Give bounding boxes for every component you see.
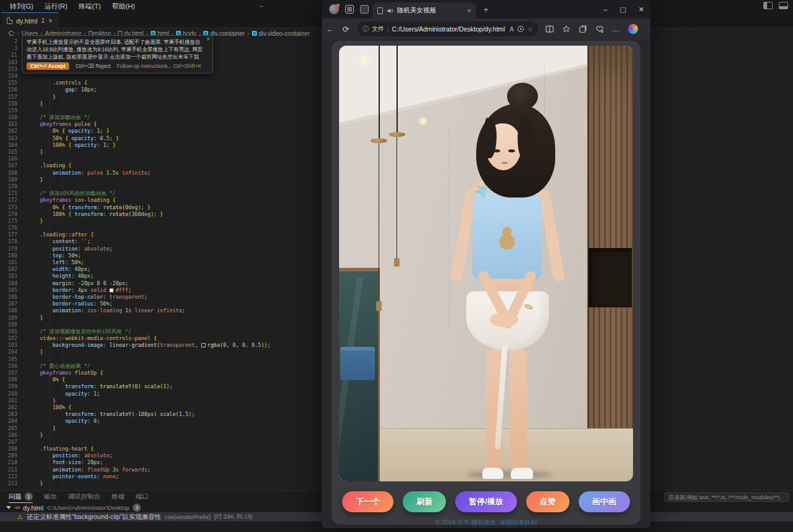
close-button[interactable]: ✕ bbox=[639, 6, 644, 14]
read-aloud-icon[interactable]: A bbox=[510, 26, 514, 33]
layout-controls bbox=[763, 2, 788, 9]
figure-eye bbox=[508, 149, 515, 152]
problem-message: 还定义标准属性"background-clip"以实现兼容性 bbox=[27, 513, 161, 522]
ai-tooltip-actions: Ctrl+⏎ Accept Ctrl+⌫ Reject Follow-up in… bbox=[27, 62, 204, 70]
browser-tab[interactable]: 随机美女视频 × bbox=[372, 2, 476, 19]
symbol-icon bbox=[252, 31, 257, 36]
editor-tab-dyhtml[interactable]: dy.html 1 × bbox=[1, 12, 59, 28]
panel-tab-3[interactable]: 终端 bbox=[112, 491, 125, 503]
video-button-3[interactable]: 点赞 bbox=[526, 491, 569, 512]
panel-tab-1[interactable]: 输出 bbox=[44, 491, 57, 503]
maximize-button[interactable]: ▢ bbox=[619, 6, 626, 14]
pendant-lamp bbox=[389, 132, 405, 137]
file-icon bbox=[7, 17, 12, 24]
close-icon[interactable]: × bbox=[206, 36, 210, 43]
indent-guide bbox=[62, 38, 63, 490]
breadcrumb-item[interactable]: C: bbox=[9, 30, 15, 37]
panel-tab-4[interactable]: 端口 bbox=[136, 491, 149, 503]
menu-item-2[interactable]: 终端(T) bbox=[73, 1, 106, 12]
ai-tooltip-text: 苹果手机上播放显示的不是全面屏咋回事, 适配不了曲面屏, 苹果手机播放自动进入1… bbox=[27, 38, 204, 61]
breadcrumb-item[interactable]: div.video-container bbox=[252, 30, 310, 37]
refresh-button[interactable]: ⟳ bbox=[338, 25, 354, 34]
screen: 转到(G)运行(R)终端(T)帮助(H) ← dy.html 1 × C:›Us… bbox=[0, 0, 793, 532]
pendant-lamp bbox=[371, 138, 387, 143]
video-button-4[interactable]: 画中画 bbox=[579, 491, 630, 512]
warning-icon: ⚠ bbox=[17, 513, 23, 520]
pendant-bulb bbox=[376, 301, 382, 311]
figure-shoe bbox=[511, 468, 533, 479]
figure-leg bbox=[510, 348, 527, 472]
tab-close-icon[interactable]: × bbox=[48, 17, 52, 25]
favorites-bar-icon[interactable] bbox=[562, 25, 571, 33]
page-favicon bbox=[377, 7, 383, 14]
figure-hair-bun bbox=[507, 83, 538, 110]
menu-item-1[interactable]: 运行(R) bbox=[40, 1, 72, 12]
workspaces-icon[interactable] bbox=[345, 5, 354, 14]
tab-title: 随机美女视频 bbox=[397, 6, 464, 15]
audio-playing-icon[interactable] bbox=[387, 7, 393, 14]
video-controls: 下一个刷新暂停/播放点赞画中画 bbox=[332, 491, 640, 512]
menu-bar: 转到(G)运行(R)终端(T)帮助(H) bbox=[0, 1, 140, 12]
ai-inline-chat-tooltip: × 苹果手机上播放显示的不是全面屏咋回事, 适配不了曲面屏, 苹果手机播放自动进… bbox=[22, 35, 213, 73]
problems-file-name: dy.html bbox=[23, 504, 43, 512]
video-button-1[interactable]: 刷新 bbox=[403, 491, 446, 512]
back-button[interactable]: ← bbox=[322, 25, 338, 34]
favorites-star-icon[interactable]: ☆ bbox=[527, 26, 533, 33]
media-control-icon[interactable] bbox=[517, 25, 524, 33]
page-content: 下一个刷新暂停/播放点赞画中画 © 2024 大大-随机美女, 保留所有权利 bbox=[322, 39, 650, 528]
tab-actions-icon[interactable] bbox=[360, 5, 369, 14]
figure-eye bbox=[493, 149, 500, 152]
teddy-bear-print bbox=[497, 227, 517, 252]
new-tab-button[interactable]: + bbox=[484, 5, 489, 14]
followup-button[interactable]: Follow-up instructions... Ctrl+Shift+K bbox=[117, 63, 201, 69]
browser-toolbar: ← ⟳ ⓘ 文件 | C:/Users/Administrator/Deskto… bbox=[322, 19, 650, 39]
copilot-icon[interactable] bbox=[628, 24, 638, 34]
breadcrumb-separator: › bbox=[246, 30, 250, 37]
tab-modified-badge: 1 bbox=[41, 17, 45, 24]
ceiling-light bbox=[356, 56, 372, 65]
panel-tab-0[interactable]: 问题1 bbox=[9, 491, 33, 503]
toolbar-extensions: … bbox=[545, 24, 638, 34]
video-button-2[interactable]: 暂停/播放 bbox=[455, 491, 517, 512]
address-bar[interactable]: ⓘ 文件 | C:/Users/Administrator/Desktop/dy… bbox=[358, 22, 538, 36]
problems-filter-input[interactable] bbox=[665, 493, 789, 502]
pendant-cord bbox=[396, 137, 397, 259]
wall-niche bbox=[589, 248, 632, 307]
divider: | bbox=[387, 26, 389, 33]
figure-mouth bbox=[501, 162, 508, 164]
browser-titlebar: 随机美女视频 × + – ▢ ✕ bbox=[322, 0, 650, 19]
storage-bin bbox=[340, 347, 375, 380]
menu-item-3[interactable]: 帮助(H) bbox=[107, 1, 140, 12]
figure-shadow bbox=[466, 470, 552, 479]
accept-button[interactable]: Ctrl+⏎ Accept bbox=[27, 62, 69, 70]
chevron-down-icon bbox=[6, 506, 11, 509]
reject-button[interactable]: Ctrl+⌫ Reject bbox=[75, 63, 111, 69]
file-scheme-label: 文件 bbox=[372, 25, 384, 33]
url-text[interactable]: C:/Users/Administrator/Desktop/dy.html bbox=[392, 25, 507, 33]
tab-close-icon[interactable]: × bbox=[468, 7, 471, 14]
video-button-0[interactable]: 下一个 bbox=[342, 491, 393, 512]
pendant-bulb bbox=[394, 258, 400, 267]
nav-back-icon[interactable]: ← bbox=[258, 1, 266, 9]
menu-item-0[interactable]: 转到(G) bbox=[5, 1, 38, 12]
copyright-text: © 2024 大大-随机美女, 保留所有权利 bbox=[332, 518, 640, 527]
browser-essentials-icon[interactable] bbox=[595, 25, 604, 33]
figure-hands bbox=[490, 312, 518, 327]
pendant-cord bbox=[379, 143, 379, 302]
panel-tab-2[interactable]: 调试控制台 bbox=[68, 491, 101, 503]
problem-source: css(vendorPrefix) bbox=[165, 513, 211, 520]
video-player[interactable] bbox=[339, 46, 633, 481]
site-info-icon[interactable]: ⓘ bbox=[363, 25, 369, 33]
problems-count-badge: 1 bbox=[133, 504, 141, 512]
split-screen-icon[interactable] bbox=[545, 25, 554, 33]
minimize-button[interactable]: – bbox=[603, 6, 607, 13]
profile-avatar[interactable] bbox=[329, 4, 339, 14]
toggle-panel-icon[interactable] bbox=[779, 2, 788, 9]
problem-location: [行 234, 列 13] bbox=[214, 513, 252, 521]
toggle-sidebar-icon[interactable] bbox=[763, 2, 773, 9]
figure-arm bbox=[538, 189, 565, 282]
ceiling-light bbox=[417, 117, 429, 125]
browser-window: 随机美女视频 × + – ▢ ✕ ← ⟳ ⓘ 文件 | C:/Users/Adm… bbox=[322, 0, 650, 528]
settings-more-icon[interactable]: … bbox=[612, 25, 620, 33]
collections-icon[interactable] bbox=[579, 25, 587, 33]
